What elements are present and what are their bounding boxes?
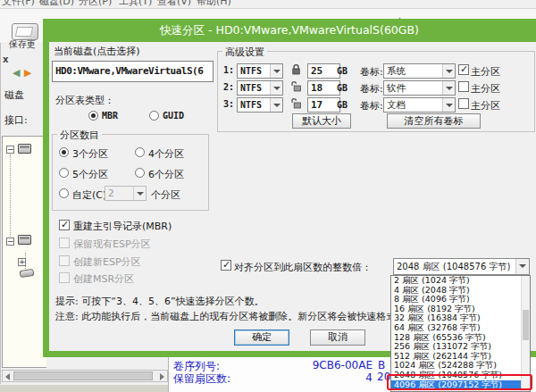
- size-input[interactable]: 18: [307, 80, 340, 96]
- radio-guid[interactable]: [149, 111, 159, 121]
- diskgenius-window: 文件(F) 磁盘(D) 分区(P) 工具(T) 查看(V) 帮助(H) 保存更 …: [0, 0, 536, 392]
- radio-6-partitions-label[interactable]: 6个分区: [148, 168, 184, 181]
- cancel-button[interactable]: 取消: [310, 329, 365, 346]
- tree-collapse-icon[interactable]: [6, 146, 14, 154]
- chevron-down-icon: [442, 81, 455, 95]
- chevron-down-icon: [515, 259, 529, 274]
- check-icon: [61, 221, 69, 229]
- menu-item-help[interactable]: 帮助(H): [197, 0, 231, 7]
- current-disk-box[interactable]: HD0:VMware,VMwareVirtualS(6: [52, 61, 214, 82]
- size-input[interactable]: 25: [307, 63, 340, 79]
- menu-item-view[interactable]: 查看(V): [157, 0, 191, 7]
- filesystem-select[interactable]: NTFS: [237, 97, 283, 113]
- radio-3-partitions[interactable]: [59, 147, 69, 157]
- align-partitions-checkbox[interactable]: [221, 260, 231, 271]
- radio-mbr[interactable]: [88, 111, 98, 121]
- clipped-value-fragment: B: [378, 359, 385, 371]
- nav-forward-icon[interactable]: [24, 67, 31, 79]
- menu-item-partition[interactable]: 分区(P): [79, 0, 112, 7]
- dropdown-option[interactable]: 1024 扇区 (524288 字节): [391, 361, 521, 371]
- chevron-down-icon: [270, 64, 282, 78]
- radio-4-partitions[interactable]: [135, 147, 145, 157]
- interface-label: 接口:: [4, 113, 28, 127]
- disk-tree-panel: [2, 136, 46, 368]
- panel-close-button[interactable]: x: [3, 54, 8, 64]
- tree-collapse-icon[interactable]: [6, 238, 14, 246]
- tree-expand-icon[interactable]: [18, 258, 26, 266]
- hint-text: 提示: 可按下“3、4、5、6”快速选择分区个数。: [55, 295, 264, 308]
- ok-button[interactable]: 确定: [234, 329, 289, 346]
- primary-partition-label[interactable]: 主分区: [471, 65, 500, 79]
- radio-3-partitions-label[interactable]: 3个分区: [72, 147, 108, 161]
- volume-label-prefix: 卷标:: [360, 65, 383, 79]
- dropdown-option[interactable]: 8 扇区 (4096 字节): [391, 295, 521, 304]
- chevron-down-icon: [133, 187, 146, 200]
- rebuild-mbr-label[interactable]: 重建主引导记录(MBR): [73, 220, 172, 233]
- horizontal-scrollbar[interactable]: [2, 370, 168, 382]
- primary-partition-checkbox[interactable]: [458, 64, 469, 75]
- device-icon[interactable]: [20, 269, 35, 278]
- filesystem-value: NTFS: [240, 83, 262, 93]
- menu-item-tools[interactable]: 工具(T): [119, 0, 152, 7]
- hard-disk-icon[interactable]: [18, 144, 31, 154]
- scrollbar-thumb[interactable]: [523, 310, 529, 340]
- scroll-right-icon[interactable]: [160, 373, 164, 380]
- custom-count-suffix: 个分区: [151, 188, 180, 202]
- unit-label: GB: [337, 100, 348, 110]
- size-input[interactable]: 17: [307, 97, 340, 113]
- clear-volume-labels-button[interactable]: 清空所有卷标: [387, 113, 481, 129]
- volume-name-select[interactable]: 软件: [383, 80, 456, 96]
- filesystem-select[interactable]: NTFS: [237, 80, 283, 96]
- menu-item-file[interactable]: 文件(F): [2, 0, 35, 7]
- dropdown-option[interactable]: 64 扇区 (32768 字节): [391, 323, 521, 333]
- chevron-down-icon: [442, 98, 455, 112]
- dropdown-option[interactable]: 256 扇区 (131072 字节): [391, 342, 521, 352]
- row-number: 2:: [223, 82, 234, 92]
- radio-4-partitions-label[interactable]: 4个分区: [148, 147, 184, 161]
- annotation-box: [387, 374, 532, 390]
- lock-open-icon[interactable]: [291, 97, 301, 110]
- dropdown-option[interactable]: 512 扇区 (262144 字节): [391, 352, 521, 362]
- rebuild-mbr-checkbox[interactable]: [59, 220, 70, 230]
- radio-dot: [91, 113, 96, 118]
- advanced-settings-label: 高级设置: [222, 46, 267, 59]
- dialog-titlebar[interactable]: 快速分区 - HD0:VMware,VMwareVirtualS(60GB): [43, 19, 536, 42]
- dropdown-option[interactable]: 2 扇区 (1024 字节): [391, 276, 521, 286]
- primary-partition-checkbox[interactable]: [458, 98, 469, 109]
- menu-item-disk[interactable]: 磁盘(D): [39, 0, 74, 7]
- radio-5-partitions[interactable]: [59, 168, 69, 178]
- lock-closed-icon[interactable]: [291, 63, 301, 76]
- disk-tab-label[interactable]: 磁盘: [4, 88, 24, 102]
- radio-6-partitions[interactable]: [135, 168, 145, 178]
- radio-custom-count[interactable]: [59, 188, 69, 198]
- reserved-sectors-label: 保留扇区数:: [173, 371, 230, 387]
- align-sector-value: 2048 扇区 (1048576 字节): [397, 262, 510, 271]
- dropdown-option[interactable]: 16 扇区 (8192 字节): [391, 304, 521, 314]
- scroll-left-icon[interactable]: [5, 373, 10, 380]
- align-partitions-label[interactable]: 对齐分区到此扇区数的整数倍：: [234, 261, 372, 274]
- primary-partition-label[interactable]: 主分区: [471, 99, 500, 113]
- filesystem-select[interactable]: NTFS: [237, 63, 283, 79]
- radio-5-partitions-label[interactable]: 5个分区: [72, 168, 108, 181]
- dropdown-option[interactable]: 128 扇区 (65536 字节): [391, 333, 521, 343]
- default-size-button[interactable]: 默认大小: [292, 113, 351, 129]
- primary-partition-label[interactable]: 主分区: [471, 82, 500, 96]
- msr-label: 创建MSR分区: [73, 272, 134, 286]
- lock-open-icon[interactable]: [291, 80, 301, 93]
- dropdown-option[interactable]: 32 扇区 (16384 字节): [391, 313, 521, 323]
- radio-guid-label[interactable]: GUID: [163, 111, 184, 121]
- nav-back-icon[interactable]: [13, 67, 20, 79]
- current-disk-label[interactable]: 当前磁盘(点击选择): [54, 45, 140, 58]
- size-value: 18: [311, 82, 322, 94]
- align-sector-select[interactable]: 2048 扇区 (1048576 字节): [393, 258, 530, 275]
- volume-name-value: 文档: [387, 99, 406, 110]
- volume-name-select[interactable]: 文档: [383, 97, 456, 113]
- scrollbar-thumb[interactable]: [13, 371, 153, 380]
- radio-mbr-label[interactable]: MBR: [102, 111, 118, 121]
- volume-serial-value: 9CB6-00AE: [294, 359, 373, 371]
- dropdown-option[interactable]: 4 扇区 (2048 字节): [391, 286, 521, 296]
- hard-disk-icon[interactable]: [18, 235, 31, 245]
- primary-partition-checkbox[interactable]: [458, 81, 469, 92]
- window-frame-edge: [0, 43, 1, 384]
- volume-name-select[interactable]: 系统: [383, 63, 456, 79]
